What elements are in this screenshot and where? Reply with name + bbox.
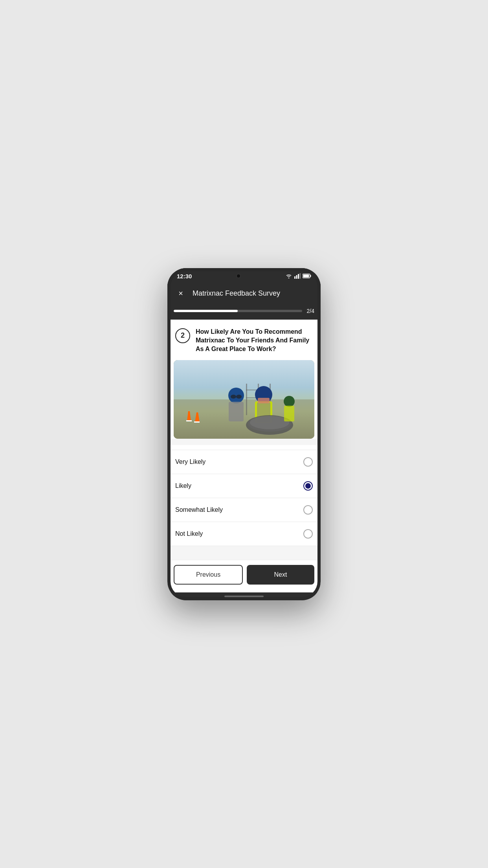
home-bar bbox=[224, 596, 264, 597]
radio-somewhat-likely[interactable] bbox=[303, 505, 313, 515]
progress-bar-fill bbox=[174, 310, 238, 312]
previous-button[interactable]: Previous bbox=[174, 565, 243, 585]
option-very-likely[interactable]: Very Likely bbox=[167, 450, 321, 474]
svg-rect-9 bbox=[186, 420, 192, 421]
spacer bbox=[167, 439, 321, 445]
camera-notch bbox=[236, 274, 241, 278]
next-button[interactable]: Next bbox=[247, 565, 314, 585]
status-time: 12:30 bbox=[177, 273, 192, 280]
signal-icon bbox=[294, 273, 301, 279]
svg-point-23 bbox=[231, 395, 236, 399]
svg-rect-20 bbox=[258, 398, 270, 403]
app-header: × Matrixnac Feedback Survey bbox=[167, 283, 321, 305]
bottom-nav: Previous Next bbox=[167, 560, 321, 592]
status-bar: 12:30 bbox=[167, 268, 321, 283]
svg-rect-1 bbox=[296, 275, 297, 279]
svg-rect-5 bbox=[310, 275, 311, 277]
svg-point-28 bbox=[250, 416, 289, 429]
radio-very-likely[interactable] bbox=[303, 457, 313, 467]
wifi-icon bbox=[285, 273, 292, 279]
option-likely[interactable]: Likely bbox=[167, 474, 321, 498]
content-area: 2 How Likely Are You To Recommend Matrix… bbox=[167, 320, 321, 560]
option-not-likely[interactable]: Not Likely bbox=[167, 522, 321, 546]
svg-rect-30 bbox=[284, 406, 294, 421]
svg-rect-22 bbox=[229, 402, 244, 421]
option-label-somewhat-likely: Somewhat Likely bbox=[175, 506, 223, 513]
radio-not-likely[interactable] bbox=[303, 529, 313, 539]
battery-icon bbox=[303, 274, 311, 278]
home-indicator bbox=[167, 592, 321, 600]
close-button[interactable]: × bbox=[175, 288, 186, 299]
progress-bar-background bbox=[174, 310, 302, 312]
svg-rect-12 bbox=[246, 384, 247, 415]
survey-image-inner bbox=[174, 360, 314, 439]
progress-label: 2/4 bbox=[307, 308, 314, 314]
status-icons bbox=[285, 273, 311, 279]
radio-likely[interactable] bbox=[303, 481, 313, 491]
option-label-likely: Likely bbox=[175, 482, 191, 489]
app-title: Matrixnac Feedback Survey bbox=[193, 289, 280, 298]
option-label-very-likely: Very Likely bbox=[175, 458, 205, 465]
option-label-not-likely: Not Likely bbox=[175, 530, 203, 537]
question-number: 2 bbox=[175, 328, 190, 343]
svg-rect-6 bbox=[303, 275, 309, 278]
question-section: 2 How Likely Are You To Recommend Matrix… bbox=[167, 320, 321, 360]
svg-point-24 bbox=[236, 395, 242, 399]
options-list: Very Likely Likely Somewhat Likely Not L… bbox=[167, 450, 321, 546]
svg-rect-0 bbox=[294, 276, 295, 279]
progress-container: 2/4 bbox=[167, 305, 321, 320]
phone-frame: 12:30 × Matrix bbox=[167, 268, 321, 600]
svg-rect-2 bbox=[298, 274, 299, 279]
survey-image bbox=[174, 360, 314, 439]
svg-rect-11 bbox=[194, 421, 200, 423]
question-text: How Likely Are You To Recommend Matrixna… bbox=[196, 327, 313, 354]
svg-rect-3 bbox=[300, 273, 301, 279]
option-somewhat-likely[interactable]: Somewhat Likely bbox=[167, 498, 321, 522]
svg-point-29 bbox=[284, 396, 295, 407]
